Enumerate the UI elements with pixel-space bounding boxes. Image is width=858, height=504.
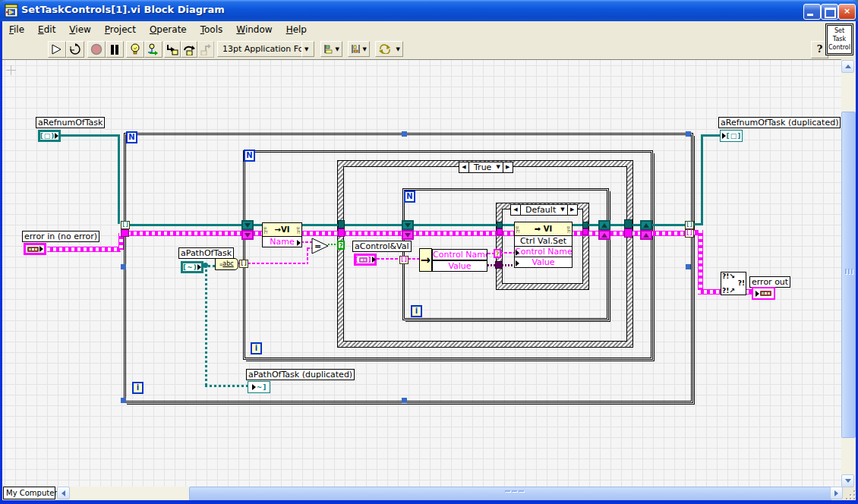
auto-index-tunnel[interactable]	[402, 220, 414, 230]
label-error-in[interactable]: error in (no error)	[22, 231, 99, 242]
label-control-val[interactable]: aControl&Val	[352, 241, 412, 252]
wire-string[interactable]	[238, 263, 308, 264]
wire-variant[interactable]	[502, 264, 515, 266]
step-into-button[interactable]	[164, 41, 181, 58]
minimize-button[interactable]	[803, 4, 821, 20]
auto-index-tunnel[interactable]	[640, 220, 652, 230]
auto-index-tunnel[interactable]	[598, 220, 610, 230]
vi-connector-icon[interactable]: Set Task Control	[825, 24, 853, 55]
indexing-tunnel[interactable]: []	[399, 256, 408, 264]
auto-index-tunnel[interactable]	[241, 220, 254, 230]
indexing-tunnel[interactable]: []	[685, 229, 694, 238]
selection-handle[interactable]	[121, 264, 126, 269]
tunnel-error[interactable]	[121, 229, 129, 237]
title-bar[interactable]: SetTaskControls[1].vi Block Diagram ×	[0, 0, 858, 21]
menu-item-view[interactable]: View	[62, 22, 97, 36]
path-to-string-node[interactable]: ▫abc	[215, 258, 238, 270]
invoke-node-ctrl-val-set[interactable]: ▫?! ➡ VI ▫?! Ctrl Val.Set Control Name V…	[514, 222, 573, 268]
property-node-vi-name[interactable]: ▫?! →VI ▫?! Name	[262, 222, 302, 247]
distribute-objects-button[interactable]: ▼	[348, 41, 370, 57]
label-path-dup[interactable]: aPathOfTask (duplicated)	[246, 369, 355, 380]
label-path-in[interactable]: aPathOfTask	[178, 247, 234, 259]
case-selector-tunnel[interactable]: ?	[337, 241, 345, 250]
merge-errors-node[interactable]: ?!↘ ?! ?!↗	[721, 272, 746, 295]
selection-handle[interactable]	[402, 131, 407, 137]
case-prev-icon[interactable]: ◀	[459, 162, 469, 172]
case-next-icon[interactable]: ▶	[503, 162, 513, 172]
scroll-down-button[interactable]	[841, 474, 854, 487]
auto-index-tunnel[interactable]	[402, 230, 414, 240]
selection-handle[interactable]	[402, 398, 407, 403]
label-error-out[interactable]: error out	[749, 276, 790, 288]
case-next-icon[interactable]: ▶	[567, 205, 577, 215]
run-button[interactable]	[48, 41, 66, 58]
wire-refnum[interactable]	[701, 134, 720, 137]
tunnel-refnum[interactable]	[338, 220, 345, 228]
tunnel-error[interactable]	[338, 228, 345, 237]
case-selector-default[interactable]: ◀ Default ▼ ▶	[510, 204, 578, 216]
menu-item-file[interactable]: File	[2, 22, 31, 36]
case-selector-tunnel[interactable]: ?	[494, 249, 501, 258]
unbundle-field-value[interactable]: Value	[432, 260, 487, 272]
block-diagram-canvas[interactable]: ◀ True ▼ ▶ ◀ Default ▼ ▶ aRefnumOfTask e…	[2, 59, 841, 487]
selection-handle[interactable]	[686, 264, 691, 269]
window-resize-grip[interactable]	[844, 489, 855, 499]
label-refnum-in[interactable]: aRefnumOfTask	[36, 117, 105, 128]
tunnel-refnum[interactable]	[497, 222, 503, 228]
menu-item-tools[interactable]: Tools	[194, 22, 230, 36]
auto-index-tunnel[interactable]	[241, 230, 254, 240]
wire-error[interactable]	[698, 289, 722, 295]
wire-string[interactable]	[307, 248, 308, 264]
tunnel-error[interactable]	[624, 228, 632, 238]
auto-index-tunnel[interactable]	[598, 230, 610, 240]
wire-refnum[interactable]	[118, 134, 120, 224]
chevron-down-icon[interactable]: ▼	[560, 205, 566, 215]
wire-refnum[interactable]	[61, 134, 120, 137]
close-button[interactable]: ×	[838, 4, 856, 20]
equals-node[interactable]: =	[311, 238, 330, 254]
wire-error[interactable]	[698, 230, 703, 293]
loop-iteration-terminal[interactable]: i	[411, 305, 422, 317]
menu-item-window[interactable]: Window	[229, 22, 279, 36]
loop-count-terminal[interactable]: N	[126, 131, 137, 143]
loop-count-terminal[interactable]: N	[244, 150, 255, 162]
horizontal-scrollbar-thumb[interactable]	[189, 487, 831, 501]
loop-iteration-terminal[interactable]: i	[251, 342, 262, 354]
run-continuously-button[interactable]	[66, 41, 84, 58]
wire-string[interactable]	[500, 252, 515, 254]
invoke-param-control-name[interactable]: Control Name	[514, 246, 573, 257]
unbundle-node[interactable]: →	[419, 248, 432, 272]
indexing-tunnel[interactable]: []	[685, 221, 694, 229]
scroll-up-button[interactable]	[841, 60, 854, 73]
wire-path-junction[interactable]	[203, 263, 208, 268]
menu-item-edit[interactable]: Edit	[31, 22, 62, 36]
terminal-error-out[interactable]	[752, 287, 775, 300]
auto-index-tunnel[interactable]	[640, 230, 652, 240]
invoke-param-value[interactable]: Value	[514, 257, 573, 268]
align-objects-button[interactable]: ▼	[320, 41, 342, 57]
selection-handle[interactable]	[686, 131, 691, 137]
invoke-method-row[interactable]: Ctrl Val.Set	[514, 235, 573, 247]
tunnel-refnum[interactable]	[624, 219, 632, 228]
font-selector[interactable]: 13pt Application Font	[217, 41, 302, 57]
wire-refnum[interactable]	[701, 134, 703, 225]
scroll-right-button[interactable]	[830, 487, 843, 499]
abort-button[interactable]	[87, 41, 106, 58]
chevron-down-icon[interactable]: ▼	[496, 162, 502, 172]
wire-path[interactable]	[205, 265, 207, 387]
maximize-button[interactable]	[821, 4, 838, 20]
highlight-execution-button[interactable]	[126, 41, 144, 58]
wire-string[interactable]	[377, 258, 401, 260]
font-selector-dropdown-button[interactable]: ▼	[301, 41, 314, 57]
menu-item-project[interactable]: Project	[98, 22, 143, 36]
terminal-refnum-dup[interactable]: [□]	[720, 130, 743, 142]
pause-button[interactable]	[106, 41, 124, 58]
property-name-row[interactable]: Name	[262, 236, 302, 247]
case-prev-icon[interactable]: ◀	[511, 205, 521, 215]
terminal-path-dup[interactable]: ~]	[248, 381, 270, 393]
loop-count-terminal[interactable]: N	[404, 191, 415, 203]
vertical-scrollbar-thumb[interactable]	[841, 112, 856, 438]
step-out-button[interactable]	[197, 41, 214, 58]
selection-handle[interactable]	[121, 398, 126, 403]
loop-iteration-terminal[interactable]: i	[132, 382, 144, 394]
